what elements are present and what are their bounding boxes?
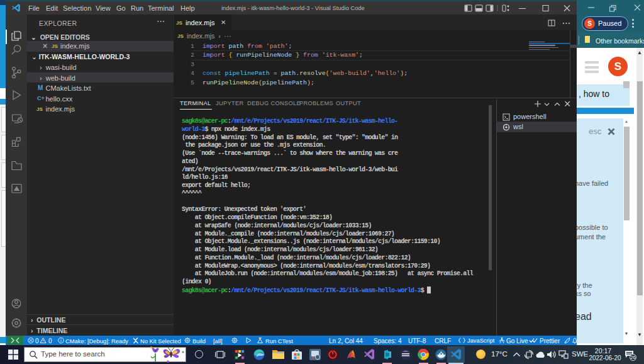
svg-text:26: 26: [631, 355, 636, 360]
